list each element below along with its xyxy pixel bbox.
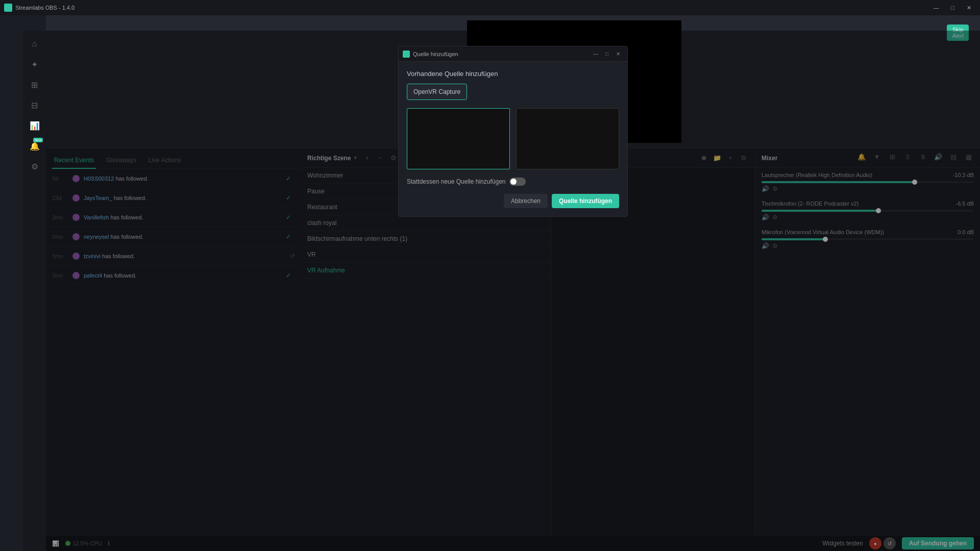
- title-bar-controls: — □ ✕: [929, 3, 976, 13]
- maximize-button[interactable]: □: [945, 3, 960, 13]
- add-source-button[interactable]: Quelle hinzufügen: [552, 194, 619, 208]
- title-bar: Streamlabs OBS - 1.4.0 — □ ✕: [0, 0, 980, 15]
- app-icon: [4, 4, 12, 12]
- toggle-label: Stattdessen neue Quelle hinzufügen: [407, 178, 505, 185]
- source-items-list: OpenVR Capture: [407, 84, 619, 100]
- modal-section-title: Vorhandene Quelle hinzufügen: [407, 70, 619, 78]
- source-openvr[interactable]: OpenVR Capture: [407, 84, 467, 100]
- add-source-modal: Quelle hinzufügen — □ ✕ Vorhandene Quell…: [398, 46, 628, 217]
- source-preview-left: [407, 108, 510, 169]
- cancel-button[interactable]: Abbrechen: [504, 194, 548, 208]
- modal-footer: Abbrechen Quelle hinzufügen: [407, 194, 619, 208]
- sidebar-item-editor[interactable]: ✦: [26, 55, 44, 73]
- modal-overlay: Quelle hinzufügen — □ ✕ Vorhandene Quell…: [46, 31, 980, 551]
- sidebar: ⌂ ✦ ⊞ ⊟ 📊 🔔 New ⚙: [23, 31, 46, 551]
- source-preview-right: [516, 108, 619, 169]
- alerts-badge: New: [33, 138, 42, 142]
- modal-controls: — □ ✕: [591, 49, 623, 59]
- modal-minimize-button[interactable]: —: [591, 49, 601, 59]
- source-preview-area: [407, 108, 619, 169]
- main-area: ⌂ ✦ ⊞ ⊟ 📊 🔔 New ⚙ Recent Events Giveaway…: [23, 15, 980, 551]
- sidebar-item-layout[interactable]: ⊞: [26, 76, 44, 94]
- modal-app-icon: [403, 51, 410, 58]
- sidebar-item-home[interactable]: ⌂: [26, 35, 44, 53]
- sidebar-item-media[interactable]: ⊟: [26, 96, 44, 114]
- app-title: Streamlabs OBS - 1.4.0: [15, 5, 75, 11]
- modal-content: Vorhandene Quelle hinzufügen OpenVR Capt…: [399, 62, 627, 216]
- modal-close-button[interactable]: ✕: [613, 49, 623, 59]
- minimize-button[interactable]: —: [929, 3, 943, 13]
- toggle-knob: [510, 179, 517, 185]
- modal-maximize-button[interactable]: □: [602, 49, 612, 59]
- close-button[interactable]: ✕: [962, 3, 976, 13]
- sidebar-item-settings[interactable]: ⚙: [26, 157, 44, 176]
- title-bar-left: Streamlabs OBS - 1.4.0: [4, 4, 75, 12]
- modal-title: Quelle hinzufügen: [413, 51, 587, 57]
- sidebar-item-alerts[interactable]: 🔔 New: [26, 137, 44, 155]
- new-source-toggle-row: Stattdessen neue Quelle hinzufügen: [407, 178, 619, 186]
- new-source-toggle[interactable]: [509, 178, 526, 186]
- modal-titlebar: Quelle hinzufügen — □ ✕: [399, 46, 627, 62]
- sidebar-item-stats[interactable]: 📊: [26, 116, 44, 135]
